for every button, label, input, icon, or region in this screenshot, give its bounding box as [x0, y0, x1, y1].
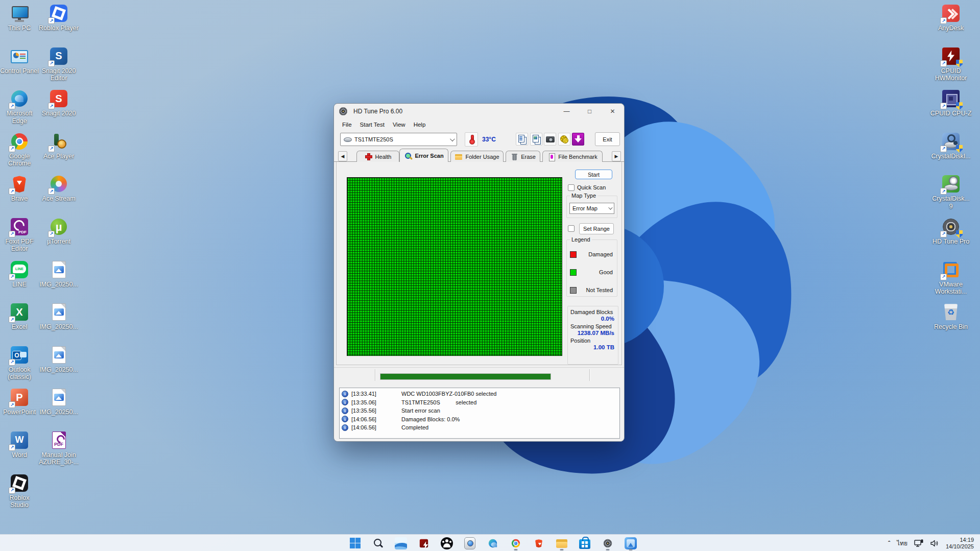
menu-file[interactable]: File — [338, 121, 356, 129]
desktop-icon-foxit-pdf-editor[interactable]: ↗Foxit PDF Editor — [0, 217, 41, 259]
desktop-icon-ace-player[interactable]: ↗Ace Player — [37, 131, 80, 174]
map-type-select[interactable]: Error Map — [569, 203, 614, 214]
copy-image-icon[interactable] — [530, 133, 542, 146]
tab-scroll-right-icon[interactable]: ▶ — [612, 151, 621, 161]
desktop-icon-anydesk[interactable]: ↗AnyDesk — [929, 3, 972, 46]
taskbar-waves-picture-app-icon[interactable] — [394, 536, 408, 550]
close-button[interactable]: ✕ — [601, 104, 624, 119]
log-message: TS1TMTE250S selected — [401, 399, 476, 405]
menu-help[interactable]: Help — [410, 121, 430, 129]
desktop-icon-control-panel[interactable]: Control Panel — [0, 46, 41, 89]
tray-overflow-chevron-icon[interactable]: ˆ — [888, 540, 890, 547]
desktop-icon-img-20250[interactable]: IMG_20250... — [37, 259, 80, 302]
desktop-icon-label: Ace Player — [43, 153, 74, 160]
taskbar-search-icon[interactable] — [371, 536, 385, 550]
save-results-download-icon[interactable] — [572, 133, 584, 146]
desktop-icon-img-20250[interactable]: IMG_20250... — [37, 387, 80, 430]
network-ethernet-icon[interactable] — [914, 539, 924, 547]
desktop-icon-microsoft-edge[interactable]: ↗Microsoft Edge — [0, 88, 41, 131]
hd-tune-icon — [604, 539, 612, 547]
legend-color-not-tested — [570, 287, 577, 294]
shortcut-arrow-icon: ↗ — [48, 146, 55, 152]
desktop-icons-column-right: ↗AnyDesk↗CPUID HWMonitor↗CPUID CPU-Z↗Cry… — [929, 3, 972, 345]
desktop-icon-outlook-classic[interactable]: ↗Outlook (classic) — [0, 345, 41, 388]
event-log[interactable]: [13:33.41]WDC WD1003FBYZ-010FB0 selected… — [339, 388, 620, 439]
shortcut-arrow-icon: ↗ — [940, 146, 947, 152]
desktop-icon-roblox-player[interactable]: ↗Roblox Player — [37, 3, 80, 46]
desktop-icon-label: Manual Join AZURE_30-... — [39, 451, 79, 466]
tab-error-scan[interactable]: Error Scan — [399, 149, 448, 162]
menu-view[interactable]: View — [389, 121, 410, 129]
tab-erase[interactable]: Erase — [506, 151, 540, 162]
taskbar-edge-icon[interactable] — [486, 536, 500, 550]
legend-item-damaged: Damaged — [570, 251, 613, 258]
error-scan-block-map[interactable] — [347, 177, 562, 356]
taskbar-brave-icon[interactable] — [532, 536, 546, 550]
desktop-icon-google-chrome[interactable]: ↗Google Chrome — [0, 131, 41, 174]
desktop-icon-word[interactable]: ↗Word — [0, 430, 41, 473]
taskbar-hd-tune-icon[interactable] — [601, 536, 615, 550]
stat-damaged-blocks: Damaged Blocks0.0% — [570, 309, 615, 322]
desktop-icon-crystaldiski[interactable]: ↗CrystalDiskI... — [929, 131, 972, 174]
desktop-icon-snagit-2020-editor[interactable]: S↗Snagit 2020 Editor — [37, 46, 80, 89]
minimize-button[interactable]: — — [555, 104, 578, 119]
exit-button[interactable]: Exit — [595, 132, 620, 146]
clock[interactable]: 14:19 14/10/2025 — [946, 537, 974, 550]
start-scan-button[interactable]: Start — [575, 170, 612, 179]
info-icon — [342, 391, 348, 397]
desktop-icon-cpuid-hwmonitor[interactable]: ↗CPUID HWMonitor — [929, 46, 972, 89]
desktop-icon-line[interactable]: ↗LINE — [0, 259, 41, 302]
desktop-icon-this-pc[interactable]: This PC — [0, 3, 41, 46]
tab-health[interactable]: Health — [356, 151, 399, 162]
desktop-icon-label: Roblox Player — [39, 25, 79, 32]
menu-start-test[interactable]: Start Test — [356, 121, 389, 129]
set-range-checkbox[interactable] — [568, 225, 575, 232]
desktop-icon-roblox-studio[interactable]: ↗Roblox Studio — [0, 473, 41, 516]
legend-color-damaged — [570, 251, 577, 258]
hwmonitor-lightning-icon — [420, 539, 428, 547]
log-entry: [13:35.56]Start error scan — [342, 406, 617, 415]
taskbar-chrome-icon[interactable] — [509, 536, 523, 550]
taskbar-people-circle-app-icon[interactable] — [440, 536, 454, 550]
taskbar-start-button[interactable] — [348, 536, 362, 550]
copy-text-icon[interactable] — [516, 133, 528, 146]
desktop-icon-cpuid-cpu-z[interactable]: ↗CPUID CPU-Z — [929, 88, 972, 131]
hd-tune-pro-window: HD Tune Pro 6.00 — □ ✕ FileStart TestVie… — [333, 103, 625, 442]
desktop-icon-powerpoint[interactable]: ↗PowerPoint — [0, 387, 41, 430]
language-indicator[interactable]: ไทย — [897, 538, 907, 548]
desktop-icon-label: Ace Stream — [42, 195, 75, 203]
maximize-button[interactable]: □ — [578, 104, 601, 119]
tab-folder-usage[interactable]: Folder Usage — [450, 151, 504, 162]
desktop-icon-brave[interactable]: ↗Brave — [0, 174, 41, 217]
screenshot-camera-icon[interactable] — [544, 133, 556, 146]
quick-scan-checkbox[interactable] — [568, 184, 575, 191]
desktop-icon-label: CPUID HWMonitor — [935, 67, 967, 82]
shortcut-arrow-icon: ↗ — [9, 146, 15, 152]
desktop-icon-torrent[interactable]: ↗µTorrent — [37, 217, 80, 259]
options-gears-icon[interactable] — [558, 133, 570, 146]
desktop-icon-recycle-bin[interactable]: Recycle Bin — [929, 302, 972, 345]
taskbar-file-explorer-icon[interactable] — [555, 536, 569, 550]
set-range-button[interactable]: Set Range — [579, 223, 614, 234]
tab-file-benchmark[interactable]: File Benchmark — [542, 151, 603, 162]
taskbar-hwmonitor-lightning-icon[interactable] — [417, 536, 431, 550]
tab-scroll-left-icon[interactable]: ◀ — [338, 151, 347, 161]
taskbar-photos-icon[interactable] — [624, 536, 638, 550]
title-bar[interactable]: HD Tune Pro 6.00 — □ ✕ — [334, 104, 624, 119]
shortcut-arrow-icon: ↗ — [9, 487, 15, 494]
desktop-icon-img-20250[interactable]: IMG_20250... — [37, 345, 80, 388]
desktop-icon-hd-tune-pro[interactable]: ↗HD Tune Pro — [929, 217, 972, 259]
desktop-icon-snagit-2020[interactable]: S↗Snagit 2020 — [37, 88, 80, 131]
map-type-value: Error Map — [572, 205, 597, 211]
desktop-icon-manual-join-azure-30[interactable]: Manual Join AZURE_30-... — [37, 430, 80, 473]
desktop-icon-img-20250[interactable]: IMG_20250... — [37, 302, 80, 345]
desktop-icon-crystaldisk-9[interactable]: ↗CrystalDisk... 9 — [929, 174, 972, 217]
device-selector[interactable]: TS1TMTE250S — [340, 133, 457, 146]
desktop-icon-excel[interactable]: ↗Excel — [0, 302, 41, 345]
temperature-thermometer-icon[interactable] — [465, 132, 478, 147]
taskbar-cpu-z-icon[interactable] — [463, 536, 477, 550]
taskbar-microsoft-store-icon[interactable] — [578, 536, 592, 550]
desktop-icon-vmware-workstati[interactable]: ↗VMware Workstati... — [929, 259, 972, 302]
volume-speaker-icon[interactable] — [930, 540, 939, 547]
desktop-icon-ace-stream[interactable]: ↗Ace Stream — [37, 174, 80, 217]
